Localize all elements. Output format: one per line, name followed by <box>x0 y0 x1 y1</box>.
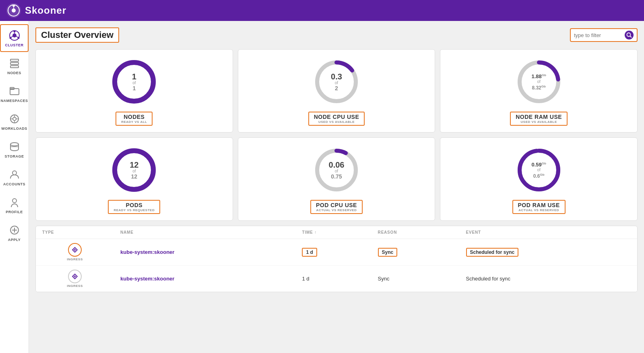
sidebar-label-apply: APPLY <box>8 238 21 242</box>
pods-total: 12 <box>130 173 138 180</box>
pod-cpu-value: 0.06 <box>329 160 345 169</box>
col-type: TYPE <box>36 226 114 239</box>
sidebar-label-accounts: ACCOUNTS <box>3 182 25 186</box>
row1-name-link[interactable]: kube-system:skooner <box>120 249 174 255</box>
main-layout: CLUSTER NODES NAMESPACES <box>0 21 644 353</box>
row1-reason-badge: Sync <box>378 248 398 257</box>
namespaces-icon <box>8 85 21 98</box>
sidebar-item-nodes[interactable]: NODES <box>0 52 29 80</box>
logo: Skooner <box>6 3 66 18</box>
sidebar-item-apply[interactable]: APPLY <box>0 219 29 247</box>
pod-ram-label: POD RAM USE <box>518 202 560 208</box>
row1-reason: Sync <box>372 239 460 266</box>
sidebar-item-storage[interactable]: STORAGE <box>0 135 29 163</box>
metric-card-pod-cpu: 0.06 of 0.75 POD CPU USE ACTUAL VS RESER… <box>238 137 436 221</box>
nodes-label-box: NODES READY VS ALL <box>116 112 153 126</box>
nodes-value: 1 <box>132 72 136 81</box>
row2-name-link[interactable]: kube-system:skooner <box>120 276 174 282</box>
row1-name[interactable]: kube-system:skooner <box>114 239 295 266</box>
row2-name[interactable]: kube-system:skooner <box>114 266 295 292</box>
sidebar-label-cluster: CLUSTER <box>5 43 24 47</box>
metric-card-node-cpu: 0.3 of 2 NODE CPU USE USED VS AVAILABLE <box>238 49 436 133</box>
pod-ram-label-box: POD RAM USE ACTUAL VS RESERVED <box>512 200 566 214</box>
svg-point-3 <box>12 4 15 7</box>
donut-nodes: 1 of 1 <box>110 58 158 106</box>
filter-input[interactable] <box>574 32 622 38</box>
donut-pods: 12 of 12 <box>110 146 158 194</box>
metric-card-nodes: 1 of 1 NODES READY VS ALL <box>35 49 233 133</box>
svg-point-19 <box>13 117 16 120</box>
row1-type: INGRESS <box>36 239 114 266</box>
pod-cpu-total: 0.75 <box>329 173 345 180</box>
col-event: EVENT <box>460 226 637 239</box>
app-title: Skooner <box>25 5 66 16</box>
col-reason: REASON <box>372 226 460 239</box>
content-area: Cluster Overview <box>29 21 644 353</box>
row1-time: 1 d <box>295 239 371 266</box>
nodes-label: NODES <box>121 114 147 120</box>
row1-type-label: INGRESS <box>67 257 83 261</box>
metric-card-pod-ram: 0.59Gb of 0.6Gb POD RAM USE ACTUAL VS RE… <box>440 137 638 221</box>
sidebar-label-storage: STORAGE <box>5 154 24 158</box>
sidebar-item-workloads[interactable]: WORKLOADS <box>0 108 29 135</box>
sidebar-item-namespaces[interactable]: NAMESPACES <box>0 80 29 108</box>
svg-rect-15 <box>10 66 19 68</box>
sidebar-item-cluster[interactable]: CLUSTER <box>0 24 29 52</box>
svg-line-32 <box>630 36 632 38</box>
workloads-icon <box>8 112 21 125</box>
sidebar-label-profile: PROFILE <box>6 210 23 214</box>
accounts-icon <box>8 168 21 181</box>
node-ram-label: NODE RAM USE <box>516 114 562 120</box>
cluster-icon <box>8 29 21 42</box>
pod-ram-total: 0.6Gb <box>533 173 545 179</box>
svg-point-7 <box>13 31 15 33</box>
donut-node-ram: 1.88Gb of 8.32Gb <box>515 58 563 106</box>
events-table-container: TYPE NAME TIME ↑ REASON EVENT <box>35 226 638 292</box>
donut-node-cpu: 0.3 of 2 <box>312 58 361 106</box>
search-icon[interactable] <box>625 31 634 39</box>
nodes-total: 1 <box>132 85 136 92</box>
content-header: Cluster Overview <box>35 27 638 43</box>
sidebar-label-workloads: WORKLOADS <box>1 127 27 131</box>
table-row: INGRESS kube-system:skooner 1 d Sync <box>36 239 637 266</box>
col-time: TIME ↑ <box>295 226 371 239</box>
nodes-sublabel: READY VS ALL <box>121 120 147 124</box>
pods-sublabel: READY VS REQUESTED <box>114 208 155 212</box>
node-cpu-total: 2 <box>331 85 342 92</box>
ingress-type-icon-2: INGRESS <box>42 270 107 288</box>
metric-card-pods: 12 of 12 PODS READY VS REQUESTED <box>35 137 233 221</box>
table-row: INGRESS kube-system:skooner 1 d Sync Sch… <box>36 266 637 292</box>
pod-cpu-label-box: POD CPU USE ACTUAL VS RESERVED <box>310 200 363 214</box>
row1-event: Scheduled for sync <box>460 239 637 266</box>
filter-box[interactable] <box>570 28 638 42</box>
svg-point-6 <box>12 33 17 37</box>
node-ram-total: 8.32Gb <box>532 85 545 91</box>
apply-icon <box>8 224 21 237</box>
row1-time-badge: 1 d <box>302 248 317 257</box>
svg-point-2 <box>12 8 16 12</box>
profile-icon <box>8 196 21 209</box>
svg-point-27 <box>12 199 17 203</box>
sidebar-label-namespaces: NAMESPACES <box>1 99 28 103</box>
logo-icon <box>6 3 21 18</box>
node-cpu-value: 0.3 <box>331 72 342 81</box>
ingress-icon-circle-2 <box>68 270 82 283</box>
events-table: TYPE NAME TIME ↑ REASON EVENT <box>36 226 637 292</box>
page-title: Cluster Overview <box>35 27 119 43</box>
donut-pod-ram: 0.59Gb of 0.6Gb <box>515 146 563 194</box>
donut-pod-cpu: 0.06 of 0.75 <box>312 146 361 194</box>
storage-icon <box>8 140 21 153</box>
pod-cpu-sublabel: ACTUAL VS RESERVED <box>316 208 357 212</box>
metrics-grid: 1 of 1 NODES READY VS ALL <box>35 49 638 221</box>
sidebar-item-accounts[interactable]: ACCOUNTS <box>0 163 29 191</box>
row2-type: INGRESS <box>36 266 114 292</box>
pod-cpu-label: POD CPU USE <box>316 202 357 208</box>
sidebar-item-profile[interactable]: PROFILE <box>0 191 29 219</box>
nodes-icon <box>8 57 21 70</box>
row2-type-label: INGRESS <box>67 284 83 288</box>
sidebar-label-nodes: NODES <box>7 71 21 75</box>
node-cpu-label: NODE CPU USE <box>314 114 359 120</box>
pod-ram-sublabel: ACTUAL VS RESERVED <box>518 208 560 212</box>
node-cpu-sublabel: USED VS AVAILABLE <box>314 120 359 124</box>
svg-point-31 <box>627 33 631 37</box>
